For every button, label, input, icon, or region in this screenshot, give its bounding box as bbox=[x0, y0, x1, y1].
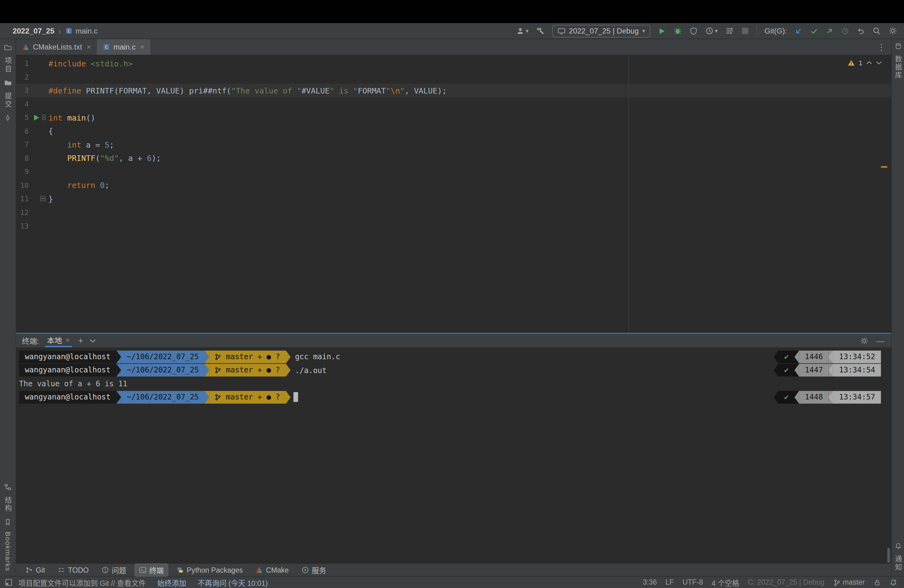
sidebar-item-project[interactable]: 项目 bbox=[3, 57, 13, 74]
structure-icon[interactable] bbox=[4, 483, 11, 490]
stop-button[interactable] bbox=[741, 27, 749, 35]
concurrency-diagram-button[interactable] bbox=[725, 27, 734, 35]
terminal-row[interactable]: wangyanan@localhost~/106/2022_07_25 mast… bbox=[16, 350, 891, 364]
editor-line[interactable]: 4 bbox=[16, 97, 891, 111]
close-icon[interactable]: × bbox=[140, 43, 144, 51]
tab-options-button[interactable]: ⋮ bbox=[871, 40, 891, 55]
sidebar-item-database[interactable]: 数据库 bbox=[893, 55, 903, 80]
editor-line[interactable]: 5int main() bbox=[16, 111, 891, 124]
prompt-history-number: 1446 bbox=[799, 350, 829, 363]
prompt-exit-status: ✔ bbox=[779, 350, 795, 363]
git-rollback-button[interactable] bbox=[857, 27, 864, 35]
toolwindow-problems[interactable]: 问题 bbox=[97, 563, 131, 577]
tool-windows-toggle-icon[interactable] bbox=[5, 579, 13, 586]
run-line-icon[interactable] bbox=[34, 115, 42, 120]
gear-icon[interactable] bbox=[860, 337, 868, 345]
git-commit-button[interactable] bbox=[810, 27, 818, 35]
editor-line[interactable]: 11} bbox=[16, 192, 891, 205]
indent-style[interactable]: 4 个空格 bbox=[711, 577, 739, 588]
c-file-icon: C bbox=[65, 27, 73, 35]
chevron-up-icon[interactable] bbox=[866, 60, 872, 65]
project-tool-icon[interactable] bbox=[4, 44, 11, 51]
user-account-button[interactable]: ▾ bbox=[516, 27, 529, 35]
notifications-bell-icon[interactable] bbox=[890, 579, 897, 586]
run-button[interactable] bbox=[658, 27, 666, 35]
toolwindow-cmake[interactable]: CMake bbox=[251, 565, 293, 575]
breadcrumb-file[interactable]: C main.c bbox=[65, 27, 98, 35]
sidebar-item-commit[interactable]: 提交 bbox=[3, 92, 13, 109]
settings-button[interactable] bbox=[888, 27, 897, 35]
tab-cmakelists[interactable]: CMakeLists.txt × bbox=[16, 40, 97, 55]
line-number: 3 bbox=[16, 86, 29, 95]
run-configuration-selector[interactable]: 2022_07_25 | Debug ▾ bbox=[552, 25, 650, 37]
git-history-button[interactable] bbox=[841, 27, 849, 35]
breadcrumb-project[interactable]: 2022_07_25 bbox=[13, 27, 54, 35]
file-encoding[interactable]: UTF-8 bbox=[683, 579, 703, 586]
git-update-button[interactable] bbox=[795, 27, 803, 35]
sidebar-item-structure[interactable]: 结构 bbox=[3, 496, 13, 513]
editor-line[interactable]: 13 bbox=[16, 219, 891, 233]
toolwindow-terminal[interactable]: 终端 bbox=[134, 563, 169, 577]
build-button[interactable] bbox=[536, 27, 545, 35]
sidebar-item-notifications[interactable]: 通知 bbox=[893, 555, 903, 572]
terminal-row[interactable]: wangyanan@localhost~/106/2022_07_25 mast… bbox=[16, 390, 891, 404]
lock-icon[interactable] bbox=[874, 579, 881, 586]
editor-line[interactable]: 8 PRINTF("%d", a + 6); bbox=[16, 151, 891, 165]
editor-line[interactable]: 1#include <stdio.h> bbox=[16, 57, 891, 70]
editor-line[interactable]: 9 bbox=[16, 165, 891, 179]
prompt-user-host: wangyanan@localhost bbox=[19, 350, 116, 363]
new-terminal-button[interactable]: + bbox=[78, 335, 84, 346]
git-branch-widget[interactable]: master bbox=[833, 579, 865, 586]
prompt-exit-status: ✔ bbox=[779, 364, 795, 376]
close-icon[interactable]: × bbox=[87, 43, 91, 51]
folder-icon[interactable] bbox=[4, 79, 11, 87]
toolwindow-git[interactable]: Git bbox=[21, 565, 50, 575]
prompt-history-number: 1447 bbox=[799, 364, 829, 376]
sidebar-item-bookmarks[interactable]: Bookmarks bbox=[4, 532, 12, 571]
debug-button[interactable] bbox=[673, 27, 682, 35]
tab-main-c[interactable]: C main.c × bbox=[97, 40, 150, 55]
notifications-bell-icon[interactable] bbox=[895, 542, 902, 550]
chevron-down-icon[interactable] bbox=[876, 60, 882, 65]
toolwindow-todo[interactable]: TODO bbox=[53, 565, 93, 575]
bookmark-icon[interactable] bbox=[4, 518, 11, 526]
code-editor[interactable]: 1#include <stdio.h>23#define PRINTF(FORM… bbox=[16, 55, 891, 333]
editor-line[interactable]: 10 return 0; bbox=[16, 179, 891, 192]
database-icon[interactable] bbox=[895, 43, 902, 50]
terminal-row[interactable]: wangyanan@localhost~/106/2022_07_25 mast… bbox=[16, 364, 891, 377]
status-action-always-add[interactable]: 始终添加 bbox=[157, 577, 186, 588]
run-with-coverage-button[interactable] bbox=[689, 27, 697, 35]
status-action-dont-ask[interactable]: 不再询问 (今天 10:01) bbox=[198, 577, 268, 588]
terminal-row[interactable]: The value of a + 6 is 11 bbox=[16, 377, 891, 390]
terminal-panel-header: 终端: 本地 × + — bbox=[16, 333, 891, 348]
editor-line[interactable]: 3#define PRINTF(FORMAT, VALUE) pri##ntf(… bbox=[16, 84, 891, 97]
minimize-button[interactable]: — bbox=[876, 336, 884, 345]
toolwindow-python-packages[interactable]: Python Packages bbox=[172, 565, 248, 575]
search-everywhere-button[interactable] bbox=[872, 27, 881, 35]
caret-position[interactable]: 3:36 bbox=[643, 579, 657, 586]
tab-label: main.c bbox=[114, 43, 136, 51]
close-icon[interactable]: × bbox=[65, 335, 70, 344]
toolwindow-services[interactable]: 服务 bbox=[297, 563, 331, 577]
editor-line[interactable]: 12 bbox=[16, 205, 891, 219]
editor-line[interactable]: 2 bbox=[16, 70, 891, 84]
terminal-tab-local[interactable]: 本地 × bbox=[45, 334, 72, 347]
line-separator[interactable]: LF bbox=[665, 579, 674, 586]
fold-region-icon[interactable] bbox=[40, 196, 46, 201]
scrollbar-warning-mark[interactable] bbox=[881, 166, 887, 168]
terminal-cursor[interactable] bbox=[293, 392, 298, 402]
line-number: 2 bbox=[16, 73, 29, 81]
powerline-separator-icon bbox=[829, 391, 833, 403]
editor-line[interactable]: 6{ bbox=[16, 124, 891, 138]
terminal-scrollbar-thumb[interactable] bbox=[887, 548, 890, 563]
bug-icon bbox=[673, 27, 682, 35]
profiler-button[interactable]: ▾ bbox=[705, 27, 718, 35]
git-icon bbox=[25, 566, 33, 574]
git-push-button[interactable] bbox=[826, 27, 834, 35]
terminal[interactable]: wangyanan@localhost~/106/2022_07_25 mast… bbox=[16, 348, 891, 563]
chevron-down-icon[interactable] bbox=[89, 338, 96, 343]
fold-region-icon[interactable] bbox=[42, 115, 46, 120]
editor-line[interactable]: 7 int a = 5; bbox=[16, 138, 891, 151]
inspections-widget[interactable]: 1 bbox=[848, 59, 882, 67]
commit-node-icon[interactable] bbox=[4, 114, 11, 122]
